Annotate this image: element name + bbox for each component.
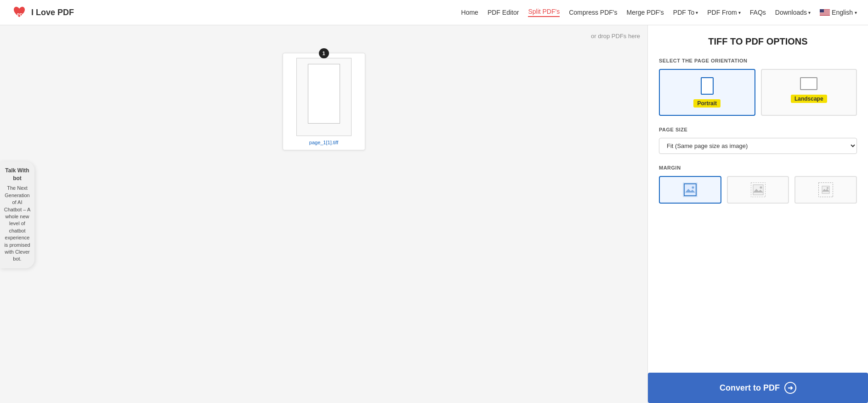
main-layout: Talk With bot The Next Generation of AI … [0,25,868,403]
chevron-down-icon-3: ▾ [808,10,811,15]
svg-point-18 [760,187,762,189]
chevron-down-icon: ▾ [696,10,698,15]
convert-button-icon: ➜ [784,382,796,394]
file-preview [296,58,352,136]
flag-icon [820,9,830,16]
nav-language[interactable]: English ▾ [820,9,857,16]
margin-big[interactable] [794,176,857,204]
orientation-section-label: SELECT THE PAGE ORIENTATION [659,58,857,63]
svg-rect-9 [820,9,824,12]
margin-no-margin[interactable] [659,176,721,204]
logo-icon: PDF [11,4,28,21]
svg-rect-8 [820,14,830,15]
left-panel: Talk With bot The Next Generation of AI … [0,25,647,403]
nav-compress-pdfs[interactable]: Compress PDF's [569,9,617,16]
file-name-ext: .tiff [332,140,338,145]
drop-hint: or drop PDFs here [591,33,640,40]
chevron-down-icon-2: ▾ [738,10,741,15]
spacer [659,215,857,373]
margin-small[interactable] [727,176,789,204]
margin-label: MARGIN [659,165,857,170]
file-preview-inner [308,64,340,124]
orientation-options: Portrait Landscape [659,69,857,116]
nav-downloads[interactable]: Downloads ▾ [775,9,811,16]
nav-pdf-to-label: PDF To [673,9,694,16]
page-size-select[interactable]: Fit (Same page size as image) A4 Letter … [659,138,857,154]
panel-title: TIFF TO PDF OPTIONS [659,36,857,47]
page-size-section: PAGE SIZE Fit (Same page size as image) … [659,127,857,154]
convert-button[interactable]: Convert to PDF ➜ [648,373,868,403]
file-card: page_1[1].tiff [283,53,365,150]
page-size-label: PAGE SIZE [659,127,857,132]
header: PDF I Love PDF Home PDF Editor Split PDF… [0,0,868,25]
chatbot-description: The Next Generation of AI Chatbot – A wh… [4,185,31,262]
svg-rect-7 [820,13,830,14]
nav-pdf-from-label: PDF From [707,9,737,16]
main-nav: Home PDF Editor Split PDF's Compress PDF… [461,8,857,17]
chevron-down-icon-4: ▾ [855,10,857,15]
big-margin-icon [818,182,833,197]
landscape-icon [800,77,817,90]
svg-text:PDF: PDF [17,12,26,17]
file-name: page_1[1].tiff [309,140,338,145]
right-panel: TIFF TO PDF OPTIONS SELECT THE PAGE ORIE… [647,25,868,403]
notification-dot: 1 [319,48,329,58]
portrait-option[interactable]: Portrait [659,69,755,116]
nav-merge-pdfs[interactable]: Merge PDF's [627,9,664,16]
landscape-label: Landscape [791,95,827,103]
chatbot-title: Talk With bot [4,167,31,182]
portrait-label: Portrait [693,99,720,108]
nav-pdf-to[interactable]: PDF To ▾ [673,9,698,16]
portrait-icon [701,77,714,95]
chatbot-panel[interactable]: Talk With bot The Next Generation of AI … [0,161,34,268]
svg-rect-16 [753,185,763,195]
notification-bubble: 1 [319,48,329,58]
nav-pdf-from[interactable]: PDF From ▾ [707,9,741,16]
no-margin-icon [683,182,698,197]
nav-split-pdfs[interactable]: Split PDF's [528,8,560,17]
orientation-section: SELECT THE PAGE ORIENTATION Portrait Lan… [659,58,857,127]
nav-downloads-label: Downloads [775,9,807,16]
svg-rect-12 [685,185,695,195]
svg-point-14 [692,187,694,189]
margin-section: MARGIN [659,165,857,204]
logo[interactable]: PDF I Love PDF [11,4,74,21]
logo-text: I Love PDF [31,8,74,17]
nav-language-label: English [832,9,853,16]
nav-faqs[interactable]: FAQs [750,9,766,16]
nav-home[interactable]: Home [461,9,478,16]
small-margin-icon [751,182,766,197]
landscape-option[interactable]: Landscape [761,69,857,116]
nav-pdf-editor[interactable]: PDF Editor [488,9,519,16]
file-name-prefix: page_1[1] [309,140,332,145]
svg-rect-6 [820,12,830,13]
margin-options [659,176,857,204]
svg-point-22 [827,187,828,189]
svg-rect-20 [822,186,829,193]
convert-button-label: Convert to PDF [720,383,780,393]
